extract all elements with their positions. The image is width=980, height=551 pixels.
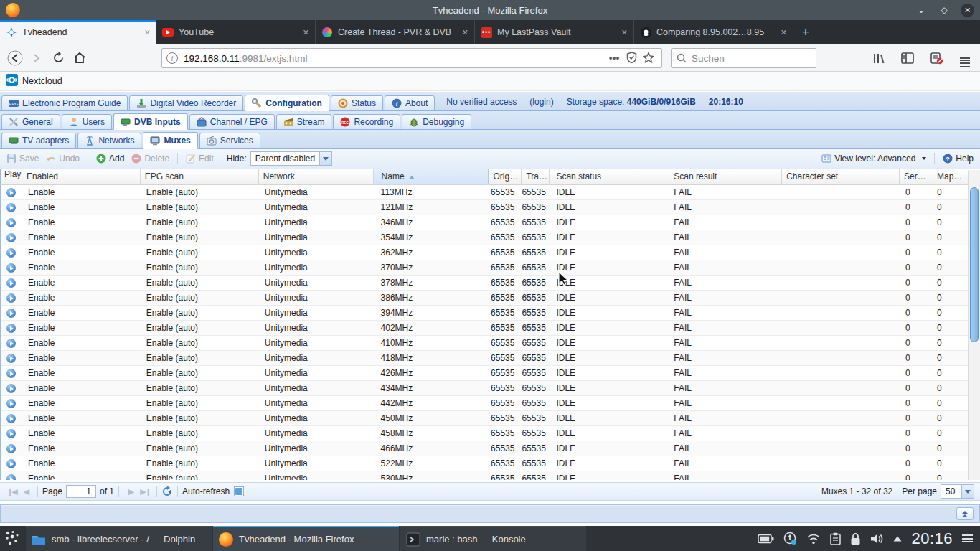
play-icon[interactable] <box>6 203 16 212</box>
column-header-character-set[interactable]: Character set <box>782 169 900 184</box>
play-icon[interactable] <box>6 324 16 333</box>
page-actions-icon[interactable]: ••• <box>606 52 623 64</box>
tab-stream[interactable]: Stream <box>276 114 332 130</box>
browser-tab-tvheadend[interactable]: Tvheadend ✕ <box>0 20 156 44</box>
play-icon[interactable] <box>6 414 16 423</box>
reload-icon[interactable] <box>47 48 69 68</box>
column-header-scan-status[interactable]: Scan status <box>550 169 669 184</box>
column-header-tra[interactable]: Tra… <box>522 169 550 184</box>
table-row[interactable]: EnableEnable (auto)Unitymedia434MHz65535… <box>1 381 968 396</box>
table-row[interactable]: EnableEnable (auto)Unitymedia346MHz65535… <box>1 215 968 230</box>
table-row[interactable]: EnableEnable (auto)Unitymedia458MHz65535… <box>1 426 968 441</box>
play-icon[interactable] <box>6 399 16 408</box>
table-row[interactable]: EnableEnable (auto)Unitymedia386MHz65535… <box>1 291 968 306</box>
bookmark-star-icon[interactable] <box>640 52 657 65</box>
url-bar[interactable]: i 192.168.0.11:9981/extjs.html ••• <box>161 48 662 68</box>
table-row[interactable]: EnableEnable (auto)Unitymedia426MHz65535… <box>1 366 968 381</box>
table-row[interactable]: EnableEnable (auto)Unitymedia466MHz65535… <box>1 441 968 456</box>
taskbar-item-firefox[interactable]: Tvheadend - Mozilla Firefox <box>213 526 399 551</box>
last-page-icon[interactable]: ▶❙ <box>138 487 152 496</box>
auto-refresh-checkbox[interactable] <box>234 486 244 496</box>
chevron-down-icon[interactable] <box>319 152 331 165</box>
site-info-icon[interactable]: i <box>166 52 178 64</box>
forward-icon[interactable] <box>26 48 47 68</box>
expand-panel-button[interactable] <box>956 507 974 520</box>
tab-debugging[interactable]: Debugging <box>402 114 471 130</box>
play-icon[interactable] <box>6 444 16 453</box>
table-row[interactable]: EnableEnable (auto)Unitymedia121MHz65535… <box>1 200 968 215</box>
column-header-play[interactable]: Play <box>1 169 22 184</box>
play-icon[interactable] <box>6 188 16 197</box>
browser-tab-forum[interactable]: Create Thread - PVR & DVB ✕ <box>316 20 475 44</box>
play-icon[interactable] <box>6 309 16 318</box>
tab-dvr[interactable]: Digital Video Recorder <box>129 95 243 111</box>
play-icon[interactable] <box>6 233 16 242</box>
taskbar-item-dolphin[interactable]: smb - libreelecserver - / — Dolphin <box>26 526 212 551</box>
table-row[interactable]: EnableEnable (auto)Unitymedia370MHz65535… <box>1 260 968 276</box>
delete-button[interactable]: Delete <box>128 152 173 165</box>
table-row[interactable]: EnableEnable (auto)Unitymedia378MHz65535… <box>1 276 968 291</box>
play-icon[interactable] <box>6 248 16 258</box>
table-row[interactable]: EnableEnable (auto)Unitymedia410MHz65535… <box>1 336 968 351</box>
grid-scrollbar[interactable] <box>968 170 980 480</box>
tab-close-icon[interactable]: ✕ <box>621 28 628 37</box>
table-row[interactable]: EnableEnable (auto)Unitymedia402MHz65535… <box>1 321 968 336</box>
clipboard-icon[interactable] <box>830 532 841 545</box>
new-tab-button[interactable]: + <box>793 20 818 44</box>
menu-hamburger-icon[interactable] <box>954 48 976 68</box>
tab-epg[interactable]: EPG Electronic Program Guide <box>1 95 128 111</box>
browser-tab-lastpass[interactable]: ••• My LastPass Vault ✕ <box>475 20 634 44</box>
tab-general[interactable]: General <box>1 114 60 130</box>
back-icon[interactable] <box>4 48 26 68</box>
adblock-icon[interactable] <box>925 48 947 68</box>
table-row[interactable]: EnableEnable (auto)Unitymedia362MHz65535… <box>1 245 968 260</box>
browser-tab-github[interactable]: Comparing 8.95.002…8.95 ✕ <box>634 20 793 44</box>
prev-page-icon[interactable]: ◀ <box>19 487 33 496</box>
table-row[interactable]: EnableEnable (auto)Unitymedia530MHz65535… <box>1 471 968 480</box>
maximize-icon[interactable]: ◇ <box>938 4 951 17</box>
taskbar-menu-icon[interactable] <box>962 533 973 545</box>
play-icon[interactable] <box>6 459 16 468</box>
column-header-name[interactable]: Name <box>374 169 489 184</box>
add-button[interactable]: Add <box>93 152 128 165</box>
tab-tv-adapters[interactable]: TV adapters <box>1 133 76 149</box>
play-icon[interactable] <box>6 278 16 288</box>
tab-close-icon[interactable]: ✕ <box>144 28 151 37</box>
tab-users[interactable]: Users <box>62 114 112 130</box>
tab-close-icon[interactable]: ✕ <box>303 28 309 37</box>
table-row[interactable]: EnableEnable (auto)Unitymedia394MHz65535… <box>1 306 968 321</box>
app-launcher-icon[interactable] <box>0 526 26 551</box>
play-icon[interactable] <box>6 384 16 393</box>
tab-recording[interactable]: REC Recording <box>333 114 400 130</box>
tab-close-icon[interactable]: ✕ <box>462 28 468 37</box>
column-header-orig[interactable]: Orig… <box>489 169 522 184</box>
grid-scrollbar-thumb[interactable] <box>970 187 979 342</box>
help-button[interactable]: ? Help <box>939 152 977 165</box>
first-page-icon[interactable]: ❙◀ <box>4 487 19 496</box>
per-page-select[interactable]: 50 <box>941 484 974 499</box>
next-page-icon[interactable]: ▶ <box>123 487 138 496</box>
tab-networks[interactable]: Networks <box>77 133 141 149</box>
chevron-down-icon[interactable] <box>961 485 974 498</box>
page-input[interactable]: 1 <box>66 485 96 498</box>
battery-icon[interactable] <box>758 534 774 544</box>
minimize-icon[interactable]: ⌄ <box>915 4 928 17</box>
table-row[interactable]: EnableEnable (auto)Unitymedia522MHz65535… <box>1 456 968 471</box>
play-icon[interactable] <box>6 263 16 273</box>
play-icon[interactable] <box>6 339 16 348</box>
tray-expand-icon[interactable] <box>893 536 902 542</box>
play-icon[interactable] <box>6 218 16 227</box>
table-row[interactable]: EnableEnable (auto)Unitymedia113MHz65535… <box>1 185 968 200</box>
column-header-epg-scan[interactable]: EPG scan <box>141 169 259 184</box>
tab-channel-epg[interactable]: Channel / EPG <box>189 114 275 130</box>
undo-button[interactable]: Undo <box>42 152 83 165</box>
tab-dvb-inputs[interactable]: DVB Inputs <box>113 113 188 130</box>
edit-button[interactable]: Edit <box>182 152 217 165</box>
column-header-scan-result[interactable]: Scan result <box>669 169 782 184</box>
column-header-enabled[interactable]: Enabled <box>22 169 141 184</box>
tab-muxes[interactable]: Muxes <box>143 132 197 149</box>
view-level-button[interactable]: View level: Advanced <box>818 152 930 165</box>
tab-status[interactable]: Status <box>331 95 383 111</box>
wifi-icon[interactable] <box>806 533 821 545</box>
column-header-map[interactable]: Map… <box>933 169 968 184</box>
